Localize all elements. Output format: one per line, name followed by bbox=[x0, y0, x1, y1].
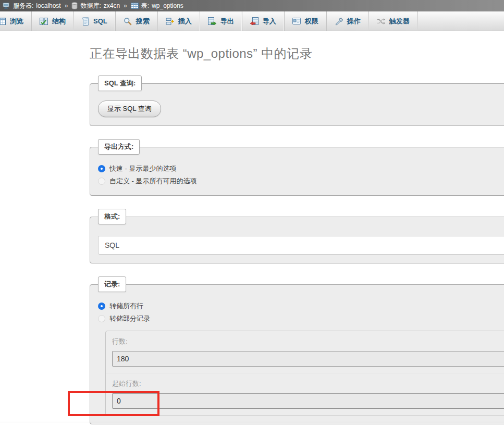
database-icon bbox=[71, 2, 78, 9]
page-title: 正在导出数据表 “wp_options” 中的记录 bbox=[90, 45, 504, 62]
radio-option-dump-all-rows[interactable]: 转储所有行 bbox=[98, 300, 504, 312]
breadcrumb-server: 服务器: localhost bbox=[3, 2, 61, 10]
row-count-label: 行数: bbox=[112, 337, 504, 346]
server-breadcrumb-bar: 服务器: localhost » 数据库: zx4cn » 表: wp_opti… bbox=[0, 0, 504, 11]
breadcrumb-database-link[interactable]: zx4cn bbox=[104, 2, 120, 9]
show-sql-query-button[interactable]: 显示 SQL 查询 bbox=[98, 100, 161, 117]
tab-label: 浏览 bbox=[10, 17, 23, 26]
privileges-icon bbox=[292, 18, 301, 24]
tab-label: 触发器 bbox=[389, 17, 410, 26]
tab-sql[interactable]: SQL bbox=[74, 11, 116, 31]
radio-selected-icon bbox=[98, 303, 105, 310]
start-row-field-group: 起始行数: bbox=[106, 373, 504, 415]
tab-privileges[interactable]: 权限 bbox=[285, 11, 327, 31]
operations-icon bbox=[335, 17, 343, 26]
table-icon bbox=[131, 3, 139, 9]
breadcrumb-separator: » bbox=[124, 2, 127, 9]
search-icon bbox=[124, 17, 132, 26]
breadcrumb-database-label: 数据库: bbox=[80, 2, 101, 10]
partial-dump-options-box: 行数: 起始行数: bbox=[105, 331, 504, 416]
breadcrumb-table: 表: wp_options bbox=[131, 2, 183, 10]
tab-search[interactable]: 搜索 bbox=[116, 11, 158, 31]
tab-triggers[interactable]: 触发器 bbox=[369, 11, 418, 31]
sql-icon bbox=[82, 17, 89, 26]
triggers-icon bbox=[377, 18, 385, 25]
radio-option-label: 转储所有行 bbox=[109, 301, 143, 311]
tab-bar: 浏览 结构 SQL 搜索 bbox=[0, 11, 504, 31]
export-icon bbox=[208, 17, 216, 25]
rows-legend: 记录: bbox=[98, 276, 126, 292]
breadcrumb-server-link[interactable]: localhost bbox=[36, 2, 60, 9]
radio-option-dump-some-rows[interactable]: 转储部分记录 bbox=[98, 313, 504, 324]
export-method-legend: 导出方式: bbox=[98, 139, 140, 155]
import-icon bbox=[250, 17, 259, 25]
sql-query-section: SQL 查询: 显示 SQL 查询 bbox=[90, 75, 504, 126]
radio-option-label: 自定义 - 显示所有可用的选项 bbox=[109, 177, 197, 186]
tab-label: 插入 bbox=[178, 17, 192, 26]
radio-unselected-icon bbox=[98, 315, 105, 322]
tab-structure[interactable]: 结构 bbox=[32, 11, 74, 31]
breadcrumb-database: 数据库: zx4cn bbox=[71, 2, 120, 10]
radio-option-label: 转储部分记录 bbox=[109, 314, 150, 323]
browse-icon bbox=[0, 18, 6, 25]
structure-icon bbox=[40, 18, 48, 25]
format-selected-value: SQL bbox=[105, 241, 119, 249]
tab-label: 操作 bbox=[347, 17, 361, 26]
row-count-input[interactable] bbox=[112, 351, 504, 367]
export-method-section: 导出方式: 快速 - 显示最少的选项 自定义 - 显示所有可用的选项 bbox=[90, 139, 504, 196]
radio-option-label: 快速 - 显示最少的选项 bbox=[109, 164, 177, 173]
tab-operations[interactable]: 操作 bbox=[327, 11, 369, 31]
row-count-field-group: 行数: bbox=[106, 331, 504, 373]
radio-option-custom-export[interactable]: 自定义 - 显示所有可用的选项 bbox=[98, 175, 504, 187]
tab-browse[interactable]: 浏览 bbox=[0, 11, 32, 31]
tab-import[interactable]: 导入 bbox=[242, 11, 285, 31]
server-icon bbox=[3, 2, 10, 9]
tab-label: 权限 bbox=[305, 17, 318, 26]
radio-option-quick-export[interactable]: 快速 - 显示最少的选项 bbox=[98, 163, 504, 174]
format-legend: 格式: bbox=[98, 209, 126, 224]
breadcrumb-separator: » bbox=[65, 2, 68, 9]
bottom-divider bbox=[0, 422, 504, 422]
radio-unselected-icon bbox=[98, 178, 105, 185]
format-select[interactable]: SQL bbox=[98, 236, 504, 255]
insert-icon bbox=[166, 17, 174, 26]
sql-query-legend: SQL 查询: bbox=[98, 75, 142, 91]
radio-selected-icon bbox=[98, 165, 105, 172]
tab-label: 搜索 bbox=[136, 17, 150, 26]
start-row-input[interactable] bbox=[112, 393, 504, 409]
main-content: 正在导出数据表 “wp_options” 中的记录 SQL 查询: 显示 SQL… bbox=[0, 31, 504, 428]
tab-label: 导入 bbox=[263, 17, 276, 26]
start-row-label: 起始行数: bbox=[112, 379, 504, 388]
tab-insert[interactable]: 插入 bbox=[158, 11, 200, 31]
tab-export[interactable]: 导出 bbox=[200, 11, 242, 31]
tab-label: 结构 bbox=[52, 17, 66, 26]
tab-label: 导出 bbox=[220, 17, 234, 26]
tab-label: SQL bbox=[93, 17, 107, 25]
rows-section: 记录: 转储所有行 转储部分记录 行数: 起始行数: bbox=[90, 276, 504, 424]
breadcrumb-table-label: 表: bbox=[141, 2, 149, 10]
breadcrumb-table-link[interactable]: wp_options bbox=[152, 2, 183, 9]
format-section: 格式: SQL bbox=[90, 209, 504, 263]
breadcrumb-server-label: 服务器: bbox=[13, 2, 33, 10]
